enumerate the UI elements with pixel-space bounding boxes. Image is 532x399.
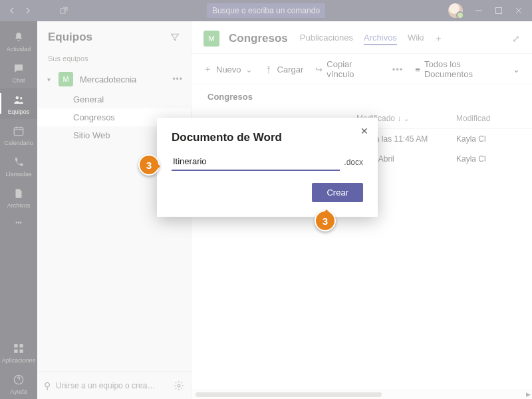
view-icon: ≡	[415, 65, 420, 74]
plus-icon: ＋	[203, 63, 212, 75]
settings-icon[interactable]	[174, 380, 184, 391]
teams-title: Equipos	[48, 31, 92, 44]
svg-rect-6	[20, 344, 23, 347]
teams-icon	[12, 93, 25, 106]
expand-icon[interactable]: ⤢	[512, 33, 520, 44]
cell-modified-by: Kayla Cl	[456, 154, 516, 164]
files-toolbar: ＋Nuevo⌄ ⭱Cargar ↪Copiar vínculo ••• ≡Tod…	[192, 54, 532, 85]
rail-label: Llamadas	[5, 171, 31, 178]
rail-label: Actividad	[7, 46, 31, 53]
view-selector[interactable]: ≡Todos los Documentos⌄	[415, 59, 520, 79]
bell-icon	[12, 31, 25, 44]
rail-calendar[interactable]: Calendario	[0, 119, 37, 150]
channel-tile: M	[203, 31, 219, 47]
dialog-title: Documento de Word	[172, 131, 363, 144]
col-modified-by[interactable]: Modificad	[456, 114, 516, 123]
svg-rect-5	[14, 344, 17, 347]
create-button[interactable]: Crear	[312, 183, 363, 202]
toolbar-more-icon[interactable]: •••	[392, 65, 404, 74]
rail-teams[interactable]: Equipos	[0, 88, 37, 119]
join-team-label: Unirse a un equipo o crea…	[56, 381, 155, 390]
team-name: Mercadotecnia	[80, 74, 136, 84]
rail-label: Ayuda	[10, 388, 27, 395]
tab-wiki[interactable]: Wiki	[408, 33, 424, 45]
rail-label: Archivos	[7, 202, 31, 209]
calendar-icon	[12, 124, 25, 138]
new-label: Nuevo	[216, 65, 241, 74]
rail-calls[interactable]: Llamadas	[0, 150, 37, 182]
rail-files[interactable]: Archivos	[0, 182, 37, 213]
rail-label: Equipos	[8, 108, 30, 115]
step-callout: 3	[315, 210, 336, 231]
app-rail: Actividad Chat Equipos Calendario Llamad…	[0, 21, 37, 399]
copy-link-button[interactable]: ↪Copiar vínculo	[315, 59, 380, 79]
new-window-icon[interactable]	[57, 4, 70, 17]
upload-button[interactable]: ⭱Cargar	[265, 65, 304, 74]
close-icon[interactable]	[515, 7, 523, 15]
chevron-down-icon: ⌄	[245, 65, 253, 74]
back-icon[interactable]	[5, 4, 19, 17]
channel-name: Congresos	[229, 32, 288, 45]
rail-chat[interactable]: Chat	[0, 57, 37, 88]
svg-point-10	[178, 384, 180, 387]
scrollbar-thumb[interactable]	[196, 392, 382, 397]
titlebar-nav	[0, 4, 76, 17]
minimize-icon[interactable]	[475, 7, 483, 15]
horizontal-scrollbar[interactable]: ▶	[192, 390, 532, 399]
new-button[interactable]: ＋Nuevo⌄	[203, 63, 253, 75]
view-label: Todos los Documentos	[424, 59, 509, 79]
forward-icon[interactable]	[21, 4, 35, 17]
rail-label: Aplicaciones	[2, 357, 36, 364]
breadcrumb[interactable]: Congresos	[192, 85, 532, 108]
chevron-down-icon: ▾	[45, 76, 52, 83]
dialog-close-icon[interactable]: ✕	[360, 126, 368, 136]
rail-apps[interactable]: Aplicaciones	[0, 336, 37, 368]
team-row[interactable]: ▾ M Mercadotecnia •••	[37, 68, 191, 90]
apps-icon	[12, 342, 25, 355]
join-team-icon: ⚲	[44, 380, 51, 391]
channel-general[interactable]: General	[37, 90, 191, 108]
rail-label: Chat	[12, 77, 25, 84]
rail-activity[interactable]: Actividad	[0, 25, 37, 57]
svg-rect-1	[496, 8, 502, 14]
help-icon	[12, 373, 25, 386]
upload-label: Cargar	[277, 65, 304, 74]
svg-rect-8	[20, 350, 23, 353]
avatar[interactable]	[448, 3, 463, 18]
titlebar: Busque o escriba un comando	[0, 0, 532, 21]
filename-input[interactable]	[172, 154, 340, 171]
channel-header: M Congresos Publicaciones Archivos Wiki …	[192, 21, 532, 54]
join-team-footer[interactable]: ⚲ Unirse a un equipo o crea…	[37, 371, 191, 399]
svg-rect-4	[14, 128, 23, 136]
team-tile: M	[59, 72, 73, 86]
phone-icon	[12, 156, 25, 169]
team-more-icon[interactable]: •••	[172, 74, 183, 84]
command-search[interactable]: Busque o escriba un comando	[207, 3, 325, 18]
tab-files[interactable]: Archivos	[364, 33, 397, 45]
rail-help[interactable]: Ayuda	[0, 368, 37, 399]
rail-label: Calendario	[4, 140, 33, 146]
svg-rect-0	[61, 9, 65, 13]
rail-more-icon[interactable]: •••	[15, 213, 21, 233]
cell-modified-by: Kayla Cl	[456, 134, 516, 144]
tab-posts[interactable]: Publicaciones	[300, 33, 353, 45]
chat-icon	[12, 62, 25, 75]
svg-rect-7	[14, 350, 17, 353]
add-tab-icon[interactable]: ＋	[434, 33, 443, 45]
your-teams-label: Sus equipos	[37, 52, 191, 68]
copylink-label: Copiar vínculo	[327, 59, 380, 79]
filter-icon[interactable]	[170, 32, 180, 43]
scroll-right-icon[interactable]: ▶	[526, 391, 531, 398]
new-word-doc-dialog: ✕ Documento de Word .docx Crear	[157, 118, 378, 217]
window-controls	[448, 3, 532, 18]
svg-point-3	[20, 97, 22, 99]
file-icon	[12, 187, 25, 200]
link-icon: ↪	[315, 65, 323, 74]
step-callout: 3	[138, 154, 160, 176]
search-placeholder: Busque o escriba un comando	[212, 6, 320, 15]
chevron-down-icon: ⌄	[513, 65, 520, 74]
file-extension: .docx	[344, 158, 363, 171]
maximize-icon[interactable]	[495, 7, 503, 15]
upload-icon: ⭱	[265, 65, 273, 74]
svg-point-2	[16, 96, 19, 100]
